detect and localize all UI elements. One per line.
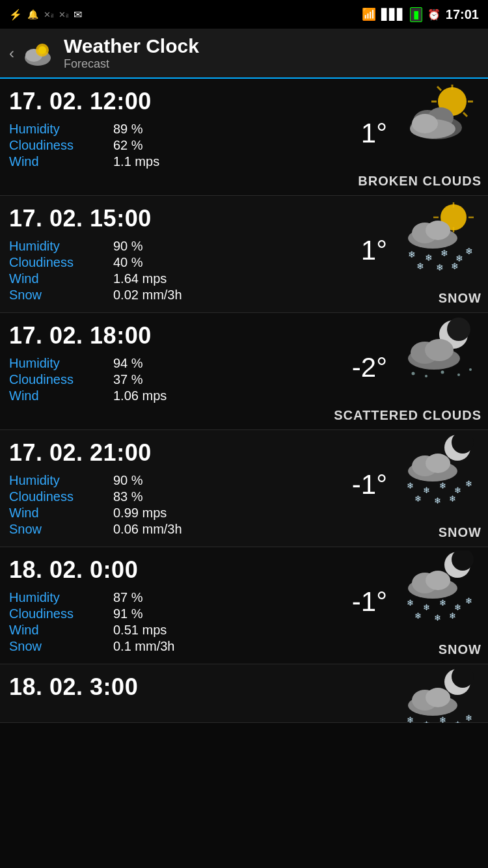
condition-label: BROKEN CLOUDS	[358, 174, 481, 189]
svg-text:❄: ❄	[423, 603, 430, 612]
wind-label: Wind	[9, 388, 113, 403]
wind-row: Wind 1.64 mps	[9, 271, 479, 286]
condition-label: SCATTERED CLOUDS	[334, 408, 481, 423]
svg-point-36	[425, 339, 454, 361]
humidity-value: 90 %	[113, 473, 143, 488]
svg-point-15	[412, 114, 438, 133]
forecast-list: 17. 02. 12:00 Humidity 89 % Cloudiness 6…	[0, 79, 488, 723]
cloudiness-value: 37 %	[113, 372, 143, 387]
humidity-value: 94 %	[113, 356, 143, 371]
svg-point-39	[441, 371, 444, 374]
snow-value: 0.1 mm/3h	[113, 639, 174, 654]
snow-row: Snow 0.02 mm/3h	[9, 288, 479, 303]
humidity-value: 90 %	[113, 239, 143, 254]
cloudiness-label: Cloudiness	[9, 372, 113, 387]
wifi-icon: 📶	[362, 7, 376, 21]
snow-value: 0.02 mm/3h	[113, 288, 182, 303]
wind-row: Wind 0.99 mps	[9, 506, 479, 521]
svg-point-37	[412, 372, 415, 375]
svg-text:❄: ❄	[439, 715, 446, 723]
wind-row: Wind 1.1 mps	[9, 154, 479, 169]
back-button[interactable]: ‹	[9, 44, 14, 62]
app-name: Weather Clock	[64, 35, 199, 57]
svg-text:❄: ❄	[465, 713, 472, 723]
temperature: 1°	[361, 118, 387, 149]
wind-label: Wind	[9, 271, 113, 286]
svg-text:❄: ❄	[439, 598, 446, 608]
cloudiness-value: 62 %	[113, 138, 143, 153]
humidity-label: Humidity	[9, 356, 113, 371]
condition-label: SNOW	[439, 291, 481, 306]
svg-point-38	[425, 375, 427, 377]
svg-text:❄: ❄	[449, 611, 456, 621]
forecast-card-f4: 17. 02. 21:00 Humidity 90 % Cloudiness 8…	[0, 430, 488, 547]
svg-text:❄: ❄	[434, 496, 441, 505]
svg-point-41	[469, 368, 472, 371]
svg-point-40	[457, 373, 460, 376]
svg-text:❄: ❄	[425, 252, 433, 263]
svg-text:❄: ❄	[465, 596, 472, 606]
svg-text:❄: ❄	[407, 715, 414, 723]
svg-text:❄: ❄	[434, 613, 441, 622]
weather-icon: ❄ ❄ ❄ ❄ ❄ ❄ ❄ ❄	[400, 199, 485, 271]
wind-value: 1.06 mps	[113, 388, 167, 403]
svg-text:❄: ❄	[436, 262, 444, 271]
humidity-label: Humidity	[9, 122, 113, 137]
app-logo-icon	[20, 36, 55, 71]
usb-icon: ⚡	[9, 8, 22, 21]
svg-line-9	[437, 87, 441, 90]
svg-text:❄: ❄	[423, 720, 430, 723]
weather-icon: ❄ ❄ ❄ ❄ ❄ ❄ ❄ ❄	[400, 668, 485, 723]
svg-point-3	[38, 46, 46, 54]
temperature: -1°	[352, 469, 387, 500]
cloudiness-label: Cloudiness	[9, 489, 113, 504]
notification-icon: 🔔	[27, 9, 38, 20]
signal-x-icon-1: ✕ᵢₗ	[44, 10, 53, 20]
weather-icon: ❄ ❄ ❄ ❄ ❄ ❄ ❄ ❄	[400, 433, 485, 505]
svg-text:❄: ❄	[416, 261, 424, 271]
status-left-icons: ⚡ 🔔 ✕ᵢₗ ✕ᵢₗ ✉	[9, 8, 82, 21]
svg-text:❄: ❄	[465, 479, 472, 489]
weather-icon	[400, 316, 485, 388]
svg-text:❄: ❄	[454, 720, 461, 723]
svg-point-33	[447, 318, 470, 341]
wind-value: 1.64 mps	[113, 271, 167, 286]
app-subtitle: Forecast	[64, 57, 199, 71]
temperature: 1°	[361, 235, 387, 266]
svg-text:❄: ❄	[407, 481, 414, 491]
wind-label: Wind	[9, 506, 113, 521]
wind-value: 0.51 mps	[113, 623, 167, 638]
svg-point-23	[426, 221, 450, 240]
snow-value: 0.06 mm/3h	[113, 522, 182, 537]
svg-text:❄: ❄	[407, 598, 414, 608]
snow-row: Snow 0.1 mm/3h	[9, 639, 479, 654]
forecast-card-f6: 18. 02. 3:00 ❄ ❄ ❄ ❄ ❄ ❄ ❄ ❄	[0, 664, 488, 723]
wind-label: Wind	[9, 623, 113, 638]
temperature: -1°	[352, 586, 387, 617]
condition-label: SNOW	[439, 525, 481, 540]
snow-label: Snow	[9, 288, 113, 303]
forecast-card-f3: 17. 02. 18:00 Humidity 94 % Cloudiness 3…	[0, 313, 488, 430]
svg-text:❄: ❄	[414, 494, 422, 504]
cloudiness-label: Cloudiness	[9, 138, 113, 153]
svg-point-59	[426, 571, 450, 590]
snow-label: Snow	[9, 522, 113, 537]
humidity-value: 87 %	[113, 590, 143, 605]
cloudiness-value: 91 %	[113, 606, 143, 621]
svg-line-10	[463, 113, 467, 116]
humidity-label: Humidity	[9, 590, 113, 605]
cloudiness-value: 83 %	[113, 489, 143, 504]
signal-icon: ▋▋▋	[381, 8, 405, 21]
status-right-icons: 📶 ▋▋▋ ▮ ⏰ 17:01	[362, 7, 479, 22]
battery-icon: ▮	[410, 7, 422, 22]
app-header: ‹ Weather Clock Forecast	[0, 29, 488, 79]
cloudiness-label: Cloudiness	[9, 606, 113, 621]
wind-row: Wind 0.51 mps	[9, 623, 479, 638]
svg-text:❄: ❄	[449, 494, 456, 504]
wind-label: Wind	[9, 154, 113, 169]
weather-icon	[400, 82, 485, 154]
alarm-icon: ⏰	[427, 8, 441, 21]
svg-text:❄: ❄	[414, 611, 422, 621]
signal-x-icon-2: ✕ᵢₗ	[59, 10, 68, 20]
wind-value: 0.99 mps	[113, 506, 167, 521]
